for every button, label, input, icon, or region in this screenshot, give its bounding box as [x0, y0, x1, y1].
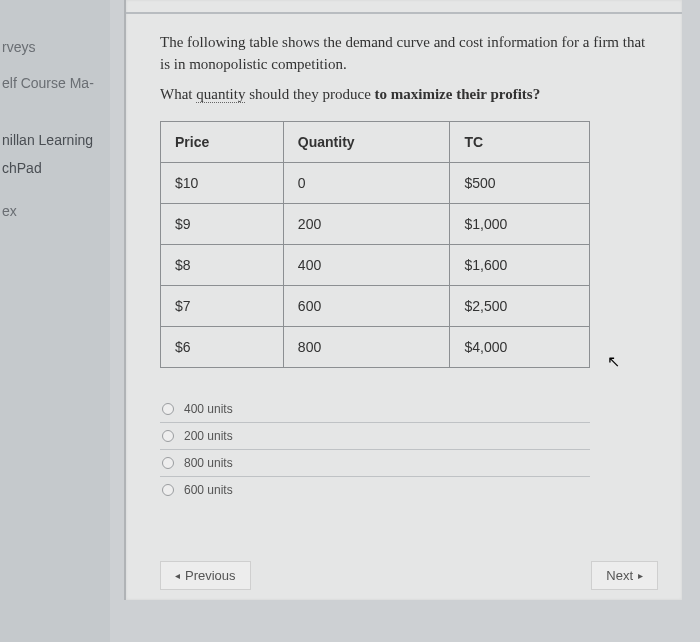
option-label: 800 units: [184, 456, 233, 470]
cell-tc: $2,500: [450, 286, 590, 327]
col-header-quantity: Quantity: [283, 122, 450, 163]
cell-quantity: 0: [283, 163, 450, 204]
sidebar-item-ex[interactable]: ex: [0, 194, 110, 230]
option-label: 600 units: [184, 483, 233, 497]
cursor-icon: ↖: [607, 352, 620, 371]
option-600-units[interactable]: 600 units: [160, 477, 590, 503]
cell-tc: $500: [450, 163, 590, 204]
table-header-row: Price Quantity TC: [161, 122, 590, 163]
next-label: Next: [606, 568, 633, 583]
cell-quantity: 400: [283, 245, 450, 286]
previous-button[interactable]: ◂ Previous: [160, 561, 251, 590]
content-area: The following table shows the demand cur…: [110, 0, 700, 642]
sidebar-item-millan-learning[interactable]: nillan Learning: [0, 123, 110, 159]
radio-icon: [162, 430, 174, 442]
sidebar: rveys elf Course Ma- nillan Learning chP…: [0, 0, 110, 642]
option-800-units[interactable]: 800 units: [160, 450, 590, 477]
previous-label: Previous: [185, 568, 236, 583]
question-prompt: The following table shows the demand cur…: [160, 32, 658, 105]
col-header-price: Price: [161, 122, 284, 163]
option-label: 400 units: [184, 402, 233, 416]
cell-quantity: 600: [283, 286, 450, 327]
prompt-q-bold: to maximize their profits?: [375, 86, 541, 102]
col-header-tc: TC: [450, 122, 590, 163]
arrow-left-icon: ◂: [175, 570, 180, 581]
prompt-q-mid: should they produce: [245, 86, 374, 102]
option-200-units[interactable]: 200 units: [160, 423, 590, 450]
radio-icon: [162, 457, 174, 469]
sidebar-item-chpad[interactable]: chPad: [0, 159, 110, 187]
sidebar-item-surveys[interactable]: rveys: [0, 30, 110, 66]
table-row: $6 800 $4,000: [161, 327, 590, 368]
radio-icon: [162, 403, 174, 415]
option-label: 200 units: [184, 429, 233, 443]
nav-bar: ◂ Previous Next ▸: [160, 561, 658, 590]
arrow-right-icon: ▸: [638, 570, 643, 581]
cell-price: $8: [161, 245, 284, 286]
cell-price: $6: [161, 327, 284, 368]
table-row: $7 600 $2,500: [161, 286, 590, 327]
cell-tc: $4,000: [450, 327, 590, 368]
cell-quantity: 200: [283, 204, 450, 245]
next-button[interactable]: Next ▸: [591, 561, 658, 590]
answer-options: 400 units 200 units 800 units 600 units: [160, 396, 590, 503]
sidebar-item-self-course[interactable]: elf Course Ma-: [0, 66, 110, 102]
cell-quantity: 800: [283, 327, 450, 368]
cell-price: $10: [161, 163, 284, 204]
cell-tc: $1,600: [450, 245, 590, 286]
prompt-line-1: The following table shows the demand cur…: [160, 34, 645, 72]
radio-icon: [162, 484, 174, 496]
prompt-q-underlined: quantity: [196, 86, 245, 103]
table-row: $9 200 $1,000: [161, 204, 590, 245]
cell-tc: $1,000: [450, 204, 590, 245]
cell-price: $7: [161, 286, 284, 327]
table-row: $8 400 $1,600: [161, 245, 590, 286]
table-row: $10 0 $500: [161, 163, 590, 204]
data-table: Price Quantity TC $10 0 $500 $9 200 $1,0…: [160, 121, 590, 368]
option-400-units[interactable]: 400 units: [160, 396, 590, 423]
card-top-divider: [126, 0, 682, 14]
question-card: The following table shows the demand cur…: [124, 0, 682, 600]
page: rveys elf Course Ma- nillan Learning chP…: [0, 0, 700, 642]
cell-price: $9: [161, 204, 284, 245]
prompt-q-prefix: What: [160, 86, 196, 102]
